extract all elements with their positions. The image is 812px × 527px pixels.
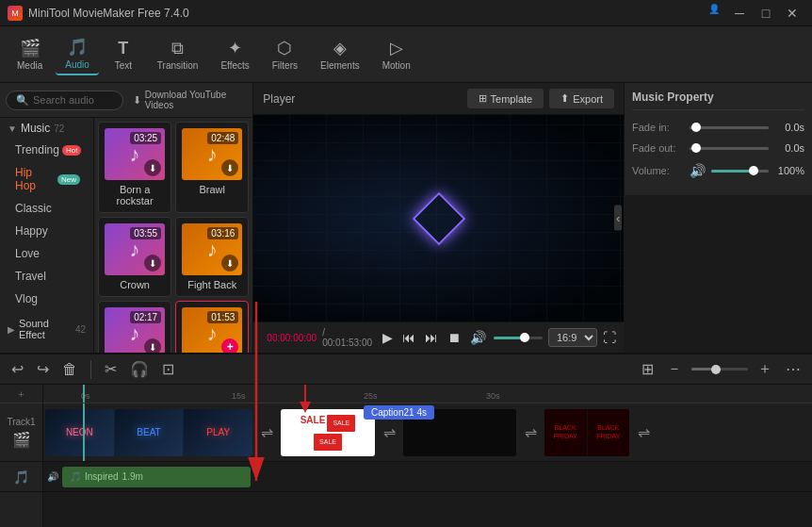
playhead-marker bbox=[83, 385, 85, 403]
collapse-arrow[interactable]: ‹ bbox=[614, 206, 622, 231]
audio-track-label-row: 🎵 bbox=[0, 462, 42, 492]
toolbar-elements[interactable]: ◈ Elements bbox=[311, 34, 369, 74]
music-card-crown[interactable]: ♪ 03:55 ⬇ Crown bbox=[98, 217, 171, 297]
volume-value: 100% bbox=[774, 165, 804, 176]
track1-label-row: Track1 🎬 bbox=[0, 403, 42, 462]
template-button[interactable]: ⊞ Template bbox=[467, 89, 544, 108]
music-card-freeme[interactable]: ♪ 02:17 ⬇ Free me bbox=[98, 301, 171, 353]
cut-button[interactable]: ✂ bbox=[101, 358, 121, 380]
music-card-fightback[interactable]: ♪ 03:16 ⬇ Fight Back bbox=[175, 217, 249, 297]
music-thumb-fightback: ♪ 03:16 ⬇ bbox=[182, 223, 242, 275]
add-inspired-btn[interactable]: + bbox=[221, 338, 238, 353]
music-card-inspired[interactable]: ♪ 01:53 + Inspired bbox=[175, 301, 249, 353]
fade-in-value: 0.0s bbox=[774, 122, 804, 133]
audio-clip[interactable]: 🎵 Inspired 1.9m bbox=[62, 467, 251, 487]
toolbar-audio[interactable]: 🎵 Audio bbox=[56, 33, 99, 75]
sidebar-item-classic[interactable]: Classic bbox=[0, 197, 93, 220]
volume-slider[interactable] bbox=[494, 337, 543, 339]
transition-1[interactable]: ⇌ bbox=[254, 409, 279, 456]
search-audio-box[interactable]: 🔍 Search audio bbox=[6, 91, 123, 110]
new-badge: New bbox=[57, 174, 80, 185]
audio-clip-label: Inspired bbox=[85, 471, 119, 482]
music-thumb-crown: ♪ 03:55 ⬇ bbox=[105, 223, 165, 275]
fade-in-slider[interactable] bbox=[690, 126, 769, 129]
sidebar-music-group[interactable]: ▼ Music 72 bbox=[0, 118, 93, 139]
sidebar-item-vlog[interactable]: Vlog bbox=[0, 288, 93, 310]
more-options-btn[interactable]: ⋯ bbox=[782, 358, 804, 380]
toolbar-effects[interactable]: ✦ Effects bbox=[211, 34, 258, 74]
stop-button[interactable]: ⏹ bbox=[446, 328, 463, 347]
main-area: 🔍 Search audio ⬇ Download YouTube Videos… bbox=[0, 83, 812, 353]
audio-button[interactable]: 🎧 bbox=[126, 358, 153, 380]
aspect-ratio-select[interactable]: 16:9 bbox=[548, 328, 597, 347]
fullscreen-button[interactable]: ⛶ bbox=[603, 330, 616, 345]
sidebar-item-happy[interactable]: Happy bbox=[0, 220, 93, 242]
prev-button[interactable]: ⏮ bbox=[400, 328, 417, 347]
ruler-25s: 25s bbox=[364, 391, 378, 401]
player-section: Player ⊞ Template ⬆ Export bbox=[253, 83, 624, 353]
volume-prop-slider[interactable] bbox=[711, 170, 769, 173]
bf-video-clip[interactable]: BLACKFRIDAY BLACKFRIDAY bbox=[544, 409, 629, 456]
sale-video-clip[interactable]: SALE SALE SALE bbox=[281, 409, 375, 456]
delete-button[interactable]: 🗑 bbox=[58, 359, 81, 380]
sidebar-item-travel[interactable]: Travel bbox=[0, 265, 93, 288]
add-track-icon[interactable]: + bbox=[18, 388, 24, 400]
zoom-out-btn[interactable]: － bbox=[663, 357, 686, 381]
sidebar-item-trending[interactable]: Trending Hot bbox=[0, 139, 93, 161]
music-title-fightback: Fight Back bbox=[182, 279, 242, 290]
music-card-born[interactable]: ♪ 03:25 ⬇ Born a rockstar bbox=[98, 122, 171, 213]
music-note-icon: ♪ bbox=[130, 238, 140, 262]
download-youtube-btn[interactable]: ⬇ Download YouTube Videos bbox=[127, 87, 248, 113]
download-fightback-btn[interactable]: ⬇ bbox=[221, 255, 238, 272]
player-canvas bbox=[253, 115, 624, 321]
export-button[interactable]: ⬆ Export bbox=[549, 89, 614, 108]
music-title-brawl: Brawl bbox=[182, 184, 242, 195]
music-sidebar: ▼ Music 72 Trending Hot Hip Hop New Clas… bbox=[0, 118, 94, 353]
sidebar-soundeffect-group[interactable]: ▶ Sound Effect 42 bbox=[0, 314, 93, 344]
minimize-button[interactable]: ─ bbox=[727, 4, 752, 23]
sidebar-item-hiphop[interactable]: Hip Hop New bbox=[0, 161, 93, 197]
audio-icon: 🎵 bbox=[67, 37, 88, 58]
timeline-ruler: 0s 15s 25s 30s bbox=[43, 385, 812, 403]
audio-track: 🔊 🎵 Inspired 1.9m bbox=[43, 462, 812, 492]
toolbar-text[interactable]: T Text bbox=[103, 35, 144, 74]
transition-3[interactable]: ⇌ bbox=[518, 409, 543, 456]
download-crown-btn[interactable]: ⬇ bbox=[144, 255, 161, 272]
account-icon[interactable]: 👤 bbox=[708, 4, 720, 23]
toolbar-filters[interactable]: ⬡ Filters bbox=[263, 34, 307, 74]
panel-top-bar: 🔍 Search audio ⬇ Download YouTube Videos bbox=[0, 83, 252, 118]
download-born-btn[interactable]: ⬇ bbox=[144, 159, 161, 176]
volume-icon: 🔊 bbox=[690, 163, 706, 178]
sidebar-item-love[interactable]: Love bbox=[0, 242, 93, 265]
timeline-right-controls: ⊞ － ＋ ⋯ bbox=[638, 357, 804, 381]
toolbar-transition[interactable]: ⧉ Transition bbox=[148, 35, 208, 74]
split-icon[interactable]: ⊞ bbox=[638, 358, 658, 380]
neon-video-clip[interactable]: NEON BEAT PLAY bbox=[45, 409, 252, 456]
caption-badge[interactable]: Caption21 4s bbox=[364, 405, 434, 420]
music-thumb-freeme: ♪ 02:17 ⬇ bbox=[105, 307, 165, 353]
zoom-slider[interactable] bbox=[691, 368, 748, 371]
redo-button[interactable]: ↪ bbox=[33, 358, 53, 380]
music-card-brawl[interactable]: ♪ 02:48 ⬇ Brawl bbox=[175, 122, 249, 213]
fade-out-slider[interactable] bbox=[690, 147, 769, 150]
download-freeme-btn[interactable]: ⬇ bbox=[144, 338, 161, 353]
timeline: ↩ ↪ 🗑 ✂ 🎧 ⊡ ⊞ － ＋ ⋯ + Track1 🎬 bbox=[0, 353, 812, 527]
zoom-in-btn[interactable]: ＋ bbox=[754, 357, 776, 381]
download-brawl-btn[interactable]: ⬇ bbox=[221, 159, 238, 176]
fade-out-label: Fade out: bbox=[632, 142, 684, 154]
close-button[interactable]: ✕ bbox=[780, 4, 804, 23]
video-background bbox=[253, 115, 624, 321]
toolbar-motion[interactable]: ▷ Motion bbox=[373, 34, 420, 74]
crop-button[interactable]: ⊡ bbox=[158, 358, 178, 380]
undo-button[interactable]: ↩ bbox=[8, 358, 27, 380]
export-icon: ⬆ bbox=[560, 92, 569, 105]
transition-icon: ⧉ bbox=[171, 39, 184, 58]
volume-button[interactable]: 🔊 bbox=[468, 328, 488, 347]
transition-4[interactable]: ⇌ bbox=[631, 409, 656, 456]
time-current: 00:00:00:00 bbox=[267, 333, 317, 343]
maximize-button[interactable]: □ bbox=[754, 4, 778, 23]
track1-label: Track1 bbox=[7, 417, 35, 427]
next-button[interactable]: ⏭ bbox=[423, 328, 440, 347]
toolbar-media[interactable]: 🎬 Media bbox=[8, 34, 52, 74]
play-button[interactable]: ▶ bbox=[381, 328, 395, 347]
